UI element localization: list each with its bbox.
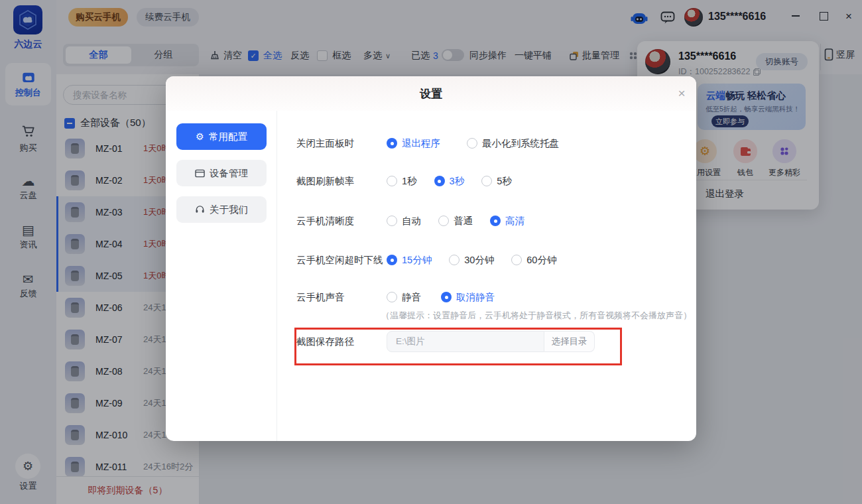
setting-label: 关闭主面板时 [296,137,387,150]
modal-menu-about-us[interactable]: 关于我们 [176,196,267,223]
setting-label: 云手机空闲超时下线 [296,254,387,267]
setting-label: 截图刷新帧率 [296,175,387,188]
radio-icon [387,176,397,186]
radio-selected-icon [490,216,501,226]
radio-option-5s[interactable]: 5秒 [481,175,512,188]
radio-icon [387,216,397,226]
annotation-highlight-box [294,328,622,365]
radio-option-60min[interactable]: 60分钟 [511,254,556,267]
radio-icon [467,138,477,149]
radio-option-unmute[interactable]: 取消静音 [441,291,495,304]
radio-icon [449,255,460,265]
radio-selected-icon [441,292,452,302]
radio-option-mute[interactable]: 静音 [387,291,421,304]
setting-row-idle-timeout: 云手机空闲超时下线 15分钟 30分钟 60分钟 [296,252,574,268]
gear-icon: ⚙ [196,131,204,142]
setting-row-clarity: 云手机清晰度 自动 普通 高清 [296,213,542,229]
radio-selected-icon [387,138,397,149]
setting-label: 云手机声音 [296,291,387,304]
radio-option-30min[interactable]: 30分钟 [449,254,494,267]
radio-option-15min[interactable]: 15分钟 [387,254,432,267]
radio-icon [438,216,449,226]
radio-option-hd[interactable]: 高清 [490,215,524,227]
setting-row-sound: 云手机声音 静音 取消静音 [296,289,515,305]
modal-menu-common-config[interactable]: ⚙ 常用配置 [176,123,267,150]
radio-option-3s[interactable]: 3秒 [434,175,465,188]
setting-row-refresh-rate: 截图刷新帧率 1秒 3秒 5秒 [296,173,529,189]
device-card-icon [195,169,205,178]
modal-close-icon[interactable]: × [674,86,690,101]
sound-hint-text: （温馨提示：设置静音后，云手机将处于静音模式，所有音视频将不会播放声音） [381,310,692,322]
modal-menu-divider [277,111,277,441]
app-window: 购买云手机 续费云手机 135****6616 × 全部 分组 清空 [0,0,862,504]
radio-selected-icon [387,255,397,265]
headset-icon [195,205,205,214]
radio-icon [511,255,522,265]
radio-selected-icon [434,176,445,186]
radio-option-1s[interactable]: 1秒 [387,175,417,188]
radio-icon [387,292,397,302]
modal-menu-device-manage[interactable]: 设备管理 [176,160,267,186]
setting-label: 云手机清晰度 [296,215,387,227]
radio-icon [481,176,492,186]
radio-option-exit-app[interactable]: 退出程序 [387,137,440,150]
settings-modal: 设置 × ⚙ 常用配置 设备管理 关于我们 [166,76,696,441]
modal-title: 设置 [166,86,696,101]
radio-option-normal[interactable]: 普通 [438,215,473,227]
radio-option-auto[interactable]: 自动 [387,215,421,227]
radio-option-minimize-to-tray[interactable]: 最小化到系统托盘 [467,137,559,150]
setting-row-close-behavior: 关闭主面板时 退出程序 最小化到系统托盘 [296,135,585,151]
